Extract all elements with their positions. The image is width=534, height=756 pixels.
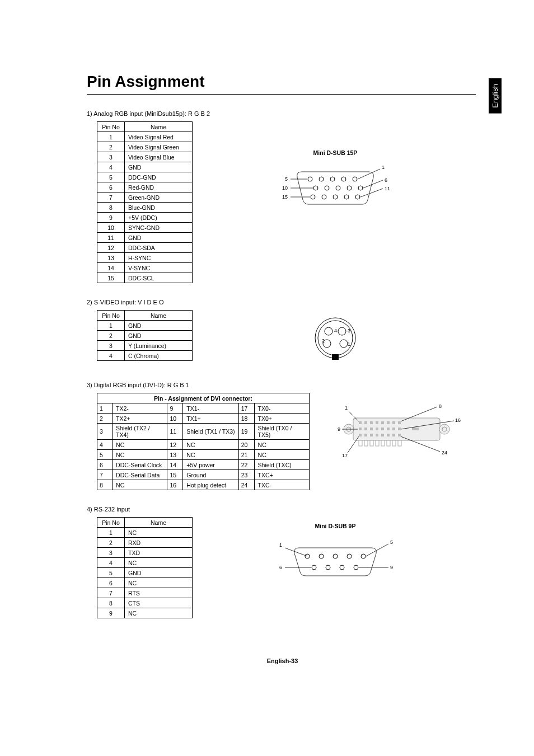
svg-rect-54 (376, 428, 378, 430)
table-row: 12DDC-SDA (97, 243, 193, 253)
table-row: 3Video Signal Blue (97, 152, 193, 162)
svg-point-33 (340, 340, 348, 348)
page-title: Pin Assignment (87, 73, 476, 95)
svg-rect-60 (364, 434, 367, 436)
svg-text:10: 10 (282, 185, 288, 191)
svg-rect-52 (364, 428, 367, 430)
table-row: 6Red-GND (97, 182, 193, 192)
svg-point-7 (336, 186, 340, 190)
svg-text:6: 6 (385, 177, 387, 183)
section4-table: Pin NoName 1NC 2RXD 3TXD 4NC 5GND 6NC 7R… (97, 517, 193, 618)
svg-point-95 (340, 565, 344, 570)
svg-text:2: 2 (322, 338, 325, 344)
svg-point-14 (355, 195, 360, 199)
svg-text:9: 9 (390, 565, 393, 570)
svg-text:17: 17 (342, 453, 348, 458)
svg-point-8 (347, 186, 352, 190)
svg-point-13 (344, 195, 349, 199)
svg-rect-58 (398, 428, 401, 430)
svg-point-10 (311, 195, 315, 199)
table-header-row: Pin NoName (97, 122, 193, 132)
table-row: 9NC (97, 608, 193, 618)
svg-point-94 (326, 565, 330, 570)
svideo-diagram: 4 3 2 1 (307, 310, 363, 366)
svg-rect-48 (387, 421, 390, 424)
table-row: 2Video Signal Green (97, 142, 193, 152)
table-row: 6DDC-Serial Clock14+5V power22Shield (TX… (97, 460, 310, 470)
svg-rect-62 (376, 434, 378, 436)
table-row: 11GND (97, 233, 193, 243)
svg-rect-53 (370, 428, 373, 430)
table-row: 8NC16Hot plug detect24TXC- (97, 480, 310, 490)
svg-rect-67 (412, 428, 419, 430)
svg-rect-46 (376, 421, 378, 424)
svg-rect-51 (359, 428, 362, 430)
svg-point-6 (325, 186, 329, 190)
diagram1-title: Mini D-SUB 15P (313, 149, 358, 156)
svg-rect-59 (359, 434, 362, 436)
svg-rect-74 (392, 440, 396, 446)
table-row: 5DDC-GND (97, 172, 193, 182)
svg-rect-70 (370, 440, 373, 446)
svg-text:8: 8 (439, 403, 442, 409)
svg-rect-64 (387, 434, 390, 436)
svg-text:4: 4 (334, 328, 337, 334)
table-row: 5GND (97, 568, 193, 578)
section1-label: 1) Analog RGB input (MiniDsub15p): R G B… (87, 110, 478, 117)
svg-point-2 (330, 177, 335, 181)
svg-rect-49 (392, 421, 395, 424)
svg-text:9: 9 (338, 426, 340, 432)
svg-rect-50 (398, 421, 401, 424)
svg-rect-44 (364, 421, 367, 424)
svg-point-11 (322, 195, 326, 199)
svg-point-93 (312, 565, 316, 570)
svg-text:5: 5 (285, 176, 288, 182)
table-row: 1NC (97, 528, 193, 538)
svg-rect-65 (392, 434, 395, 436)
table-row: 4GND (97, 162, 193, 172)
section2-label: 2) S-VIDEO input: V I D E O (87, 299, 478, 306)
svg-point-41 (439, 424, 449, 434)
svg-text:16: 16 (455, 417, 461, 423)
svg-text:15: 15 (282, 194, 288, 200)
svg-point-90 (333, 554, 338, 558)
svg-text:1: 1 (382, 165, 385, 170)
svg-point-4 (353, 177, 357, 181)
table-row: 7DDC-Serial Data15Ground23TXC+ (97, 470, 310, 480)
section1-table: Pin NoName 1Video Signal Red 2Video Sign… (97, 121, 193, 283)
svg-rect-29 (332, 354, 339, 360)
svg-line-25 (360, 189, 383, 197)
table-row: 7RTS (97, 588, 193, 598)
diagram4-title: Mini D-SUB 9P (315, 523, 356, 529)
table-header-row: Pin NoName (97, 518, 193, 528)
svg-point-89 (319, 554, 324, 558)
table-row: 3Y (Luminance) (97, 341, 193, 351)
section3-table: Pin - Assignment of DVI connector: 1TX2-… (97, 393, 310, 490)
table-row: 4NC (97, 558, 193, 568)
table-row: 9+5V (DDC) (97, 213, 193, 223)
svg-rect-45 (370, 421, 373, 424)
table-row: 1Video Signal Red (97, 132, 193, 142)
table-row: 14V-SYNC (97, 263, 193, 273)
svg-rect-63 (381, 434, 384, 436)
table-row: 13H-SYNC (97, 253, 193, 263)
table-row: 3TXD (97, 548, 193, 558)
svg-text:1: 1 (345, 405, 348, 411)
svg-text:3: 3 (348, 328, 350, 334)
table-row: 8CTS (97, 598, 193, 608)
dvi-diagram: 1 8 9 16 17 24 (342, 401, 460, 463)
table-row: 6NC (97, 578, 193, 588)
table-header-row: Pin NoName (97, 311, 193, 321)
svg-text:1: 1 (279, 542, 282, 548)
table-header-row: Pin - Assignment of DVI connector: (97, 393, 310, 403)
svg-line-101 (366, 544, 388, 556)
svg-point-9 (358, 186, 363, 190)
svg-rect-66 (398, 434, 401, 436)
page-content: Pin Assignment 1) Analog RGB input (Mini… (0, 0, 534, 687)
svg-rect-73 (387, 440, 390, 446)
table-row: 5NC13NC21NC (97, 450, 310, 460)
svg-text:6: 6 (279, 565, 282, 570)
dsub9-diagram: 1 6 5 9 (263, 534, 408, 590)
table-row: 4C (Chroma) (97, 351, 193, 361)
svg-text:11: 11 (385, 186, 390, 191)
